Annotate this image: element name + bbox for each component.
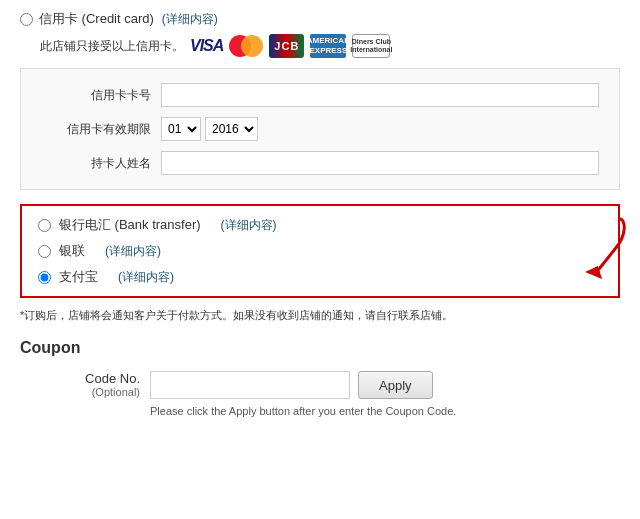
alipay-label: 支付宝 bbox=[59, 268, 98, 286]
credit-card-option: 信用卡 (Credit card) (详细内容) bbox=[20, 10, 620, 28]
coupon-title: Coupon bbox=[20, 339, 620, 357]
payment-options-wrapper: 银行电汇 (Bank transfer) (详细内容) 银联 (详细内容) 支付… bbox=[20, 204, 620, 308]
visa-logo: VISA bbox=[190, 34, 223, 58]
credit-card-form: 信用卡卡号 信用卡有效期限 01020304 05060708 09101112… bbox=[20, 68, 620, 190]
alipay-option: 支付宝 (详细内容) bbox=[38, 268, 602, 286]
coupon-hint: Please click the Apply button after you … bbox=[150, 405, 620, 417]
card-number-row: 信用卡卡号 bbox=[31, 83, 599, 107]
coupon-optional-label: (Optional) bbox=[20, 386, 140, 398]
holder-name-label: 持卡人姓名 bbox=[31, 155, 161, 172]
credit-card-label: 信用卡 (Credit card) bbox=[39, 10, 154, 28]
jcb-logo: JCB bbox=[269, 34, 304, 58]
union-pay-option: 银联 (详细内容) bbox=[38, 242, 602, 260]
bank-transfer-detail[interactable]: (详细内容) bbox=[209, 217, 277, 234]
coupon-label-area: Code No. (Optional) bbox=[20, 371, 150, 398]
payment-options-box: 银行电汇 (Bank transfer) (详细内容) 银联 (详细内容) 支付… bbox=[20, 204, 620, 298]
holder-name-row: 持卡人姓名 bbox=[31, 151, 599, 175]
card-number-input[interactable] bbox=[161, 83, 599, 107]
diners-logo: Diners ClubInternational bbox=[352, 34, 390, 58]
credit-card-radio[interactable] bbox=[20, 13, 33, 26]
accepted-text: 此店铺只接受以上信用卡。 bbox=[40, 38, 184, 55]
expiry-selects: 01020304 05060708 09101112 201420152016 … bbox=[161, 117, 258, 141]
page-container: 信用卡 (Credit card) (详细内容) 此店铺只接受以上信用卡。 VI… bbox=[0, 0, 640, 427]
expiry-month-select[interactable]: 01020304 05060708 09101112 bbox=[161, 117, 201, 141]
alipay-detail[interactable]: (详细内容) bbox=[106, 269, 174, 286]
union-pay-detail[interactable]: (详细内容) bbox=[93, 243, 161, 260]
coupon-section: Coupon Code No. (Optional) Apply Please … bbox=[20, 339, 620, 417]
amex-logo: AMERICAN EXPRESS bbox=[310, 34, 346, 58]
mastercard-logo bbox=[229, 34, 263, 58]
red-arrow bbox=[540, 214, 630, 294]
alipay-radio[interactable] bbox=[38, 271, 51, 284]
holder-name-input[interactable] bbox=[161, 151, 599, 175]
union-pay-label: 银联 bbox=[59, 242, 85, 260]
expiry-label: 信用卡有效期限 bbox=[31, 121, 161, 138]
bank-transfer-option: 银行电汇 (Bank transfer) (详细内容) bbox=[38, 216, 602, 234]
bank-transfer-label: 银行电汇 (Bank transfer) bbox=[59, 216, 201, 234]
coupon-code-label: Code No. bbox=[20, 371, 140, 386]
union-pay-radio[interactable] bbox=[38, 245, 51, 258]
expiry-year-select[interactable]: 201420152016 2017201820192020 bbox=[205, 117, 258, 141]
apply-button[interactable]: Apply bbox=[358, 371, 433, 399]
accepted-cards: 此店铺只接受以上信用卡。 VISA JCB AMERICAN EXPRESS D… bbox=[40, 34, 620, 58]
coupon-form: Code No. (Optional) Apply bbox=[20, 371, 620, 399]
credit-card-detail-link[interactable]: (详细内容) bbox=[162, 11, 218, 28]
expiry-row: 信用卡有效期限 01020304 05060708 09101112 20142… bbox=[31, 117, 599, 141]
card-number-label: 信用卡卡号 bbox=[31, 87, 161, 104]
bank-transfer-radio[interactable] bbox=[38, 219, 51, 232]
notice-text: *订购后，店铺将会通知客户关于付款方式。如果没有收到店铺的通知，请自行联系店铺。 bbox=[20, 308, 620, 323]
coupon-code-input[interactable] bbox=[150, 371, 350, 399]
